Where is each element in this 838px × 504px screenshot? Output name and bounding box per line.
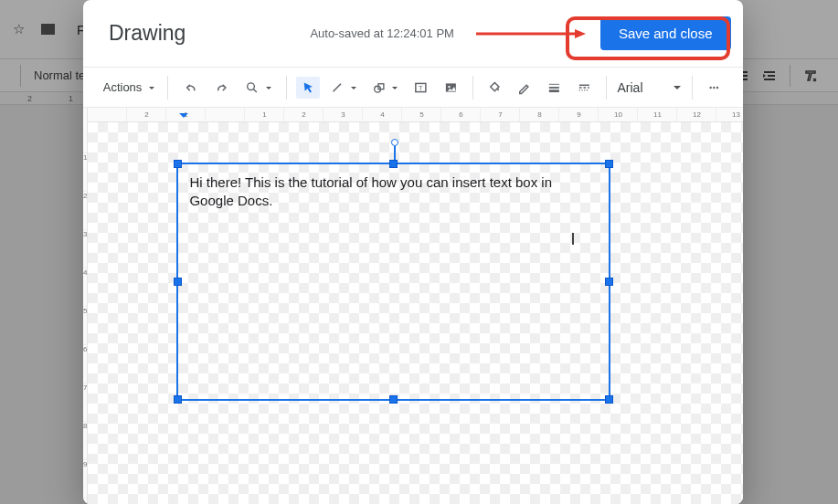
svg-point-2 [248,82,255,89]
resize-handle-tr[interactable] [605,160,613,168]
ruler-tick: 4 [83,268,87,307]
ruler-tick: 3 [83,230,87,268]
drawing-modal: Drawing Auto-saved at 12:24:01 PM Save a… [83,0,743,504]
fill-color-button[interactable] [483,77,507,99]
textbox-tool[interactable]: T [408,77,433,99]
text-cursor-icon: I [570,230,579,247]
redo-button[interactable] [209,76,236,100]
ruler-tick: 9 [559,108,599,121]
ruler-tick: 2 [27,94,32,103]
select-tool[interactable] [296,77,321,99]
font-select[interactable]: Arial [616,77,684,99]
resize-handle-bm[interactable] [389,395,398,404]
ruler-marker-icon [179,113,188,122]
clear-format-icon[interactable] [803,68,818,83]
ruler-tick: 2 [83,192,87,230]
resize-handle-tl[interactable] [174,160,182,168]
svg-point-18 [713,86,715,88]
resize-handle-ml[interactable] [174,278,182,286]
ruler-tick: 7 [481,108,520,121]
svg-line-3 [254,89,257,91]
ruler-tick: 1 [83,153,87,192]
svg-text:T: T [419,83,424,91]
star-icon: ☆ [13,21,25,37]
separator [790,65,790,87]
ruler-tick: 2 [284,108,324,121]
actions-menu[interactable]: Actions [100,77,158,98]
shape-tool[interactable] [367,77,404,99]
resize-handle-tm[interactable] [389,160,398,168]
ruler-tick: 8 [520,108,559,121]
ruler-tick: 6 [441,108,481,121]
ruler-tick: 4 [363,108,402,121]
ruler-tick: 3 [324,108,363,121]
resize-handle-bl[interactable] [174,395,182,404]
ruler-tick: 12 [677,108,716,121]
autosave-status: Auto-saved at 12:24:01 PM [310,26,454,40]
separator [692,76,693,100]
resize-handle-br[interactable] [605,395,613,404]
border-weight-button[interactable] [542,77,567,99]
svg-point-10 [448,85,450,87]
ruler-tick: 13 [716,108,743,121]
annotation-arrow-icon [476,29,586,38]
ruler-tick: 1 [69,94,73,103]
ruler-tick: 1 [245,108,284,121]
text-box[interactable]: Hi there! This is the tutorial of how yo… [176,163,610,401]
ruler-tick: 6 [83,345,87,383]
drawing-canvas[interactable]: Hi there! This is the tutorial of how yo… [88,122,743,504]
modal-header: Drawing Auto-saved at 12:24:01 PM Save a… [83,0,743,67]
zoom-button[interactable] [240,77,277,99]
ruler-tick: 2 [127,108,166,121]
separator [286,76,287,100]
border-dash-button[interactable] [572,77,597,99]
svg-point-17 [710,86,712,88]
svg-point-19 [716,86,718,88]
ruler-tick [206,108,245,121]
separator [606,76,607,100]
border-color-button[interactable] [512,77,536,99]
ruler-tick [83,115,87,153]
ruler-tick: 9 [83,460,87,499]
drawing-toolbar: Actions T [83,67,743,107]
ruler-tick: 8 [83,422,87,460]
ruler-tick: 7 [83,383,87,422]
canvas-wrap: 123456789 2112345678910111213141516 Hi t… [83,107,743,504]
undo-button[interactable] [177,76,204,100]
svg-marker-1 [575,29,586,38]
separator [20,65,21,87]
ruler-tick: 5 [83,307,87,345]
ruler-tick: 10 [599,108,638,121]
resize-handle-mr[interactable] [605,278,613,286]
line-tool[interactable] [325,77,362,99]
separator [167,76,168,100]
rotation-handle[interactable] [391,139,398,146]
ruler-tick: 5 [402,108,441,121]
horizontal-ruler: 2112345678910111213141516 [88,108,743,122]
folder-icon [41,24,55,35]
modal-title: Drawing [109,21,186,46]
text-box-content: Hi there! This is the tutorial of how yo… [189,174,552,208]
ruler-tick [88,108,127,121]
svg-line-4 [334,83,341,90]
ruler-tick: 11 [638,108,677,121]
more-button[interactable] [702,77,727,99]
separator [472,76,473,100]
save-close-button[interactable]: Save and close [600,16,731,50]
indent-increase-icon[interactable] [762,68,777,83]
image-tool[interactable] [439,77,463,99]
